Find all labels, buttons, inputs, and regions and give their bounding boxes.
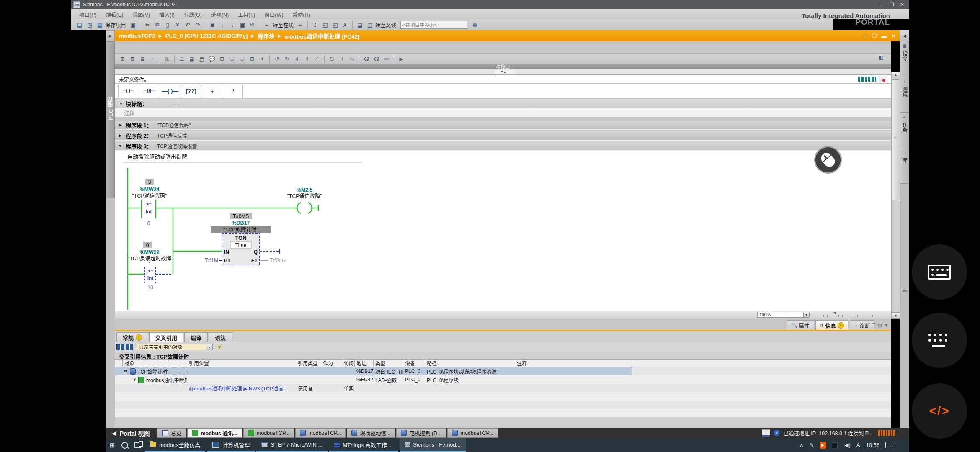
load-snapshot-icon[interactable]: ⇓	[292, 54, 302, 63]
splitter-handle-icon[interactable]: ▼▲	[494, 70, 513, 74]
error-list-icon[interactable]: ꜊	[337, 54, 346, 63]
taskbar-search-button[interactable]	[119, 438, 131, 452]
split-horizontal-icon[interactable]: ⬓	[355, 21, 364, 29]
editor-restore-button[interactable]: ❐	[872, 33, 877, 39]
taskbar-app-button[interactable]: TIA Siemens - F:\mod...	[400, 438, 465, 452]
monitoring-active-icon[interactable]	[879, 76, 886, 82]
inspector-subtab[interactable]: 常规 i	[116, 332, 148, 342]
interface-splitter[interactable]: ▼▲	[115, 69, 891, 75]
collapse-triangle-icon[interactable]: ▼	[119, 101, 123, 106]
goto-next-icon[interactable]: ⮎	[347, 54, 356, 63]
scroll-up-icon[interactable]: ▲	[892, 72, 900, 78]
xref-table-row[interactable]: ▼ TCP故障计时 %DB	[115, 367, 891, 375]
sep[interactable]	[260, 21, 260, 28]
restore-button[interactable]: ❐	[890, 2, 894, 8]
coil-icon[interactable]: —( )—	[160, 85, 180, 98]
scrollbar-thumb[interactable]	[892, 79, 899, 200]
sep[interactable]	[269, 55, 270, 63]
favorites-toggle-icon[interactable]: ⊡	[248, 54, 257, 63]
screen-mirror-app-icon[interactable]	[820, 442, 826, 449]
open-editor-button[interactable]: 现场驱动信...	[347, 428, 395, 438]
tray-expand-icon[interactable]: ∧	[799, 442, 804, 448]
sidebar-tab-plc-programming[interactable]: PLC 编程	[106, 41, 115, 198]
open-branch-icon[interactable]: ↳	[202, 85, 222, 98]
open-editor-button[interactable]: modbusTCP...	[447, 428, 498, 438]
xref-table-row[interactable]: @modbus通讯中断处理 ▶ NW3 (TCP通信... 使用者 单实...	[115, 384, 891, 392]
network-2-header[interactable]: ▶ 程序段 2： TCP通信反馈	[115, 131, 891, 141]
save-project-button[interactable]: 保存项目	[105, 21, 126, 29]
inspector-subtab[interactable]: 交叉引用	[149, 332, 183, 342]
editor-layout-icon[interactable]: ◧	[877, 54, 885, 62]
breadcrumb-item[interactable]: 程序块	[258, 32, 275, 40]
go-online-icon[interactable]: ⌁	[263, 21, 272, 29]
open-editor-button[interactable]: 总览	[157, 428, 186, 438]
start-cpu-icon[interactable]: ▣	[238, 21, 247, 29]
monitoring-onoff-icon[interactable]: 👓	[382, 54, 391, 63]
collapse-triangle-icon[interactable]: ▼	[115, 144, 126, 148]
breadcrumb-item[interactable]: PLC_0 [CPU 1211C AC/DC/Rly]	[165, 33, 248, 39]
paste-icon[interactable]: ▯	[163, 21, 172, 29]
menu-item[interactable]: 插入(I)	[155, 10, 179, 18]
tray-app-icon[interactable]	[832, 442, 838, 448]
force-values-icon[interactable]: ⚡	[312, 54, 322, 63]
zoom-slider[interactable]	[816, 313, 874, 317]
sep[interactable]	[174, 55, 175, 63]
network-3-header[interactable]: ▼ 程序段 3： TCP通信故障报警	[115, 141, 891, 151]
menu-item[interactable]: 项目(P)	[75, 10, 101, 18]
sep[interactable]	[359, 55, 359, 63]
write-snapshot-icon[interactable]: ⇑	[302, 54, 312, 63]
clock[interactable]: 10:56	[866, 442, 879, 448]
open-editor-button[interactable]: modbusTCP...	[243, 428, 294, 438]
volume-icon[interactable]: ◀)	[844, 442, 850, 448]
right-tab[interactable]: ♁ 测试	[900, 77, 909, 113]
xref-table-row[interactable]	[115, 401, 891, 409]
collapse-all-icon[interactable]	[116, 344, 124, 350]
go-online-button[interactable]: 转至在线	[273, 21, 294, 29]
zoom-select[interactable]: 100% ▼	[757, 312, 810, 318]
code-input-overlay-button[interactable]: </>	[912, 383, 967, 439]
portal-view-button[interactable]: ◀ Portal 视图	[106, 429, 157, 437]
zoom-slider-handle[interactable]	[833, 312, 837, 314]
editor-minimize-button[interactable]: ─	[864, 33, 867, 39]
ladder-canvas[interactable]: 自动撤除驱动或弹出提醒 3 %MW24 "TCP通信代码"	[115, 151, 891, 311]
right-tab[interactable]: ✓ 任务	[900, 113, 909, 148]
breadcrumb-item[interactable]: modbus通讯中断处理 [FC42]	[284, 32, 359, 40]
start-button[interactable]: ⊞	[106, 438, 119, 452]
sep[interactable]	[140, 21, 140, 28]
delete-icon[interactable]: ✕	[173, 21, 182, 29]
expand-all-icon[interactable]	[126, 344, 133, 350]
menu-item[interactable]: 选项(N)	[206, 10, 233, 18]
xref-location-link[interactable]: @modbus通讯中断处理 ▶ NW3 (TCP通信...	[187, 385, 296, 392]
open-project-icon[interactable]: ◳	[85, 21, 94, 29]
close-branch-icon[interactable]: ↱	[223, 85, 243, 98]
task-card-collapse-icon[interactable]: ◀	[900, 30, 909, 41]
xref-table-row[interactable]	[115, 409, 891, 417]
search-input[interactable]: <在项目中搜索>	[400, 21, 467, 29]
jump-back-icon[interactable]: ↺	[272, 54, 281, 63]
open-editor-button[interactable]: modbus 通讯...	[187, 428, 242, 438]
empty-box-icon[interactable]: [??]	[181, 85, 201, 98]
ime-indicator[interactable]: A	[856, 442, 860, 448]
split-vertical-icon[interactable]: ◫	[365, 21, 374, 29]
snapshot-icon[interactable]: ✦	[258, 54, 267, 63]
redo-icon[interactable]: ↷	[193, 21, 202, 29]
breadcrumb-item[interactable]: modbusTCP3	[119, 33, 155, 39]
search-project-icon[interactable]: ⋒	[470, 21, 480, 29]
expand-networks-icon[interactable]: ⬓	[187, 54, 196, 63]
menu-item[interactable]: 帮助(H)	[288, 10, 315, 18]
jump-forward-icon[interactable]: ↻	[282, 54, 291, 63]
inspector-tab[interactable]: 🔍 属性	[787, 320, 814, 330]
expand-triangle-icon[interactable]: ▶	[115, 133, 126, 138]
cut-icon[interactable]: ✂	[143, 21, 152, 29]
block-title-placeholder[interactable]: .....	[173, 100, 180, 106]
sep[interactable]	[205, 21, 205, 28]
right-tab[interactable]: ▦ 指令	[900, 41, 909, 77]
tree-expand-icon[interactable]: ▼	[124, 369, 128, 373]
menu-item[interactable]: 在线(O)	[179, 10, 206, 18]
comments-toggle-icon[interactable]: 💬	[207, 54, 217, 63]
menu-item[interactable]: 窗口(W)	[260, 10, 288, 18]
save-project-icon[interactable]: ▦	[95, 21, 104, 29]
inspector-tab[interactable]: ♁ 诊断	[850, 320, 874, 330]
navigator-expand-button[interactable]: ▶	[106, 30, 115, 41]
go-offline-icon[interactable]: ⌁	[296, 21, 305, 29]
